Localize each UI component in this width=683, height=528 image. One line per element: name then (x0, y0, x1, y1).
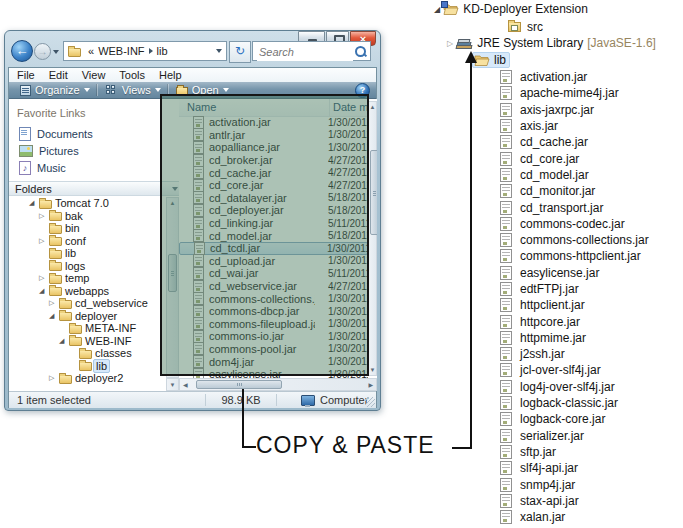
forward-button[interactable]: → (34, 43, 51, 60)
file-row[interactable]: antlr.jar 1/30/2011 (179, 129, 368, 142)
folder-tree-item[interactable]: lib (9, 360, 166, 373)
folder-tree-item[interactable]: ◢ Tomcat 7.0 (9, 197, 166, 210)
folder-tree-item[interactable]: ◢ deployer (9, 310, 166, 323)
breadcrumb-separator-icon[interactable] (149, 48, 153, 54)
jar-list-item[interactable]: snmp4j.jar (500, 476, 683, 492)
column-divider[interactable] (329, 99, 330, 116)
file-row[interactable]: cd_model.jar 5/18/2011 (179, 229, 368, 242)
file-row[interactable]: cd_webservice.jar 4/27/2011 (179, 280, 368, 293)
jar-list-item[interactable]: cd_cache.jar (500, 134, 683, 150)
breadcrumb-parent[interactable]: WEB-INF (98, 45, 144, 57)
help-button[interactable] (355, 83, 370, 98)
project-node[interactable]: ◢ KD-Deployer Extension (434, 2, 588, 16)
folder-tree-item[interactable]: ▷ bak (9, 210, 166, 223)
lib-folder-node[interactable]: lib (472, 52, 510, 68)
jar-list-item[interactable]: commons-codec.jar (500, 216, 683, 232)
sidebar-item-pictures[interactable]: Pictures (9, 143, 166, 159)
breadcrumb-current[interactable]: lib (157, 45, 168, 57)
src-node[interactable]: src (508, 20, 543, 34)
file-row[interactable]: cd_broker.jar 4/27/2011 (179, 154, 368, 167)
folder-tree-item[interactable]: bin (9, 222, 166, 235)
folders-collapse-icon[interactable] (172, 187, 178, 191)
file-row[interactable]: commons-dbcp.jar 1/30/2011 (179, 305, 368, 318)
jar-list-item[interactable]: httpcore.jar (500, 313, 683, 329)
tree-expand-icon[interactable]: ◢ (39, 287, 49, 295)
tree-expand-icon[interactable]: ▷ (39, 212, 49, 220)
jar-list-item[interactable]: commons-collections.jar (500, 232, 683, 248)
folder-tree-item[interactable]: logs (9, 260, 166, 273)
jar-list-item[interactable]: cd_model.jar (500, 167, 683, 183)
folder-tree-item[interactable]: META-INF (9, 322, 166, 335)
folder-tree-item[interactable]: lib (9, 247, 166, 260)
column-header-name[interactable]: Name (187, 101, 216, 113)
folder-tree-item[interactable]: ▷ temp (9, 272, 166, 285)
tree-scrollbar-thumb[interactable] (168, 254, 177, 292)
file-row[interactable]: cd_upload.jar 1/30/2011 (179, 255, 368, 268)
file-row[interactable]: commons-io.jar 1/30/2011 (179, 330, 368, 343)
jar-list-item[interactable]: xalan.jar (500, 509, 683, 525)
tree-expand-icon[interactable]: ▷ (49, 374, 59, 382)
views-button[interactable]: Views (98, 83, 168, 98)
jar-list-item[interactable]: sftp.jar (500, 444, 683, 460)
jar-list-item[interactable]: edtFTPj.jar (500, 281, 683, 297)
address-bar[interactable]: « WEB-INF lib (63, 41, 227, 61)
file-row[interactable]: cd_linking.jar 5/11/2011 (179, 217, 368, 230)
jar-list-item[interactable]: cd_core.jar (500, 150, 683, 166)
sidebar-item-music[interactable]: Music (9, 159, 166, 177)
menu-item[interactable]: Tools (119, 69, 145, 81)
jar-list-item[interactable]: axis-jaxrpc.jar (500, 102, 683, 118)
tree-expand-icon[interactable]: ▷ (447, 39, 453, 48)
file-row[interactable]: cd_cache.jar 4/27/2011 (179, 166, 368, 179)
menu-item[interactable]: View (82, 69, 106, 81)
file-list-scrollbar[interactable]: ▲ ▼ (368, 101, 377, 376)
menu-item[interactable]: Help (159, 69, 182, 81)
tree-expand-icon[interactable]: ▷ (39, 237, 49, 245)
file-row[interactable]: cd_wai.jar 5/11/2011 (179, 267, 368, 280)
jar-list-item[interactable]: commons-httpclient.jar (500, 248, 683, 264)
file-row[interactable]: activation.jar 1/30/2011 (179, 116, 368, 129)
search-box[interactable] (252, 41, 371, 61)
file-row[interactable]: easylicense.jar 1/30/2011 (179, 368, 368, 378)
sidebar-item-documents[interactable]: Documents (9, 125, 166, 143)
file-row[interactable]: commons-pool.jar 1/30/2011 (179, 343, 368, 356)
horizontal-scrollbar-thumb[interactable] (196, 380, 282, 389)
folder-tree-item[interactable]: ◢ WEB-INF (9, 335, 166, 348)
jar-list-item[interactable]: cd_transport.jar (500, 199, 683, 215)
jar-list-item[interactable]: logback-classic.jar (500, 395, 683, 411)
scroll-up-icon[interactable]: ▲ (167, 200, 178, 206)
tree-expand-icon[interactable]: ◢ (434, 5, 440, 14)
tree-expand-icon[interactable]: ◢ (29, 199, 39, 207)
file-scrollbar-thumb[interactable] (370, 150, 377, 235)
jar-list-item[interactable]: logback-core.jar (500, 411, 683, 427)
file-row[interactable]: aopalliance.jar 1/30/2011 (179, 141, 368, 154)
tree-expand-icon[interactable]: ▷ (39, 274, 49, 282)
folder-tree-item[interactable]: ▷ cd_webservice (9, 297, 166, 310)
tree-scroll-down-button[interactable]: ▼ (166, 378, 179, 391)
jar-list-item[interactable]: activation.jar (500, 69, 683, 85)
tree-expand-icon[interactable]: ◢ (49, 312, 59, 320)
folder-tree-item[interactable]: classes (9, 347, 166, 360)
jar-list-item[interactable]: j2ssh.jar (500, 346, 683, 362)
file-row[interactable]: cd_deployer.jar 5/18/2011 (179, 204, 368, 217)
jar-list-item[interactable]: axis.jar (500, 118, 683, 134)
jar-list-item[interactable]: serializer.jar (500, 428, 683, 444)
folder-tree-item[interactable]: ▷ conf (9, 235, 166, 248)
refresh-button[interactable] (229, 41, 251, 63)
jar-list-item[interactable]: apache-mime4j.jar (500, 85, 683, 101)
jar-list-item[interactable]: easylicense.jar (500, 265, 683, 281)
search-input[interactable] (257, 43, 353, 61)
resize-grip[interactable] (365, 397, 375, 407)
history-dropdown-icon[interactable] (53, 50, 59, 54)
open-button[interactable]: Open (169, 83, 236, 98)
menu-item[interactable]: File (17, 69, 35, 81)
horizontal-scrollbar[interactable]: ◀ ▶ (179, 378, 377, 391)
folder-tree-item[interactable]: ▷ deployer2 (9, 372, 166, 385)
jar-list-item[interactable]: httpclient.jar (500, 297, 683, 313)
tree-expand-icon[interactable]: ◢ (59, 337, 69, 345)
jar-list-item[interactable]: stax-api.jar (500, 493, 683, 509)
menu-item[interactable]: Edit (49, 69, 68, 81)
file-row[interactable]: cd_tcdl.jar 1/30/2011 (179, 242, 368, 255)
file-row[interactable]: cd_datalayer.jar 5/18/2011 (179, 192, 368, 205)
file-row[interactable]: commons-collections.jar 1/30/2011 (179, 292, 368, 305)
tree-scrollbar[interactable]: ▲ (166, 197, 179, 378)
